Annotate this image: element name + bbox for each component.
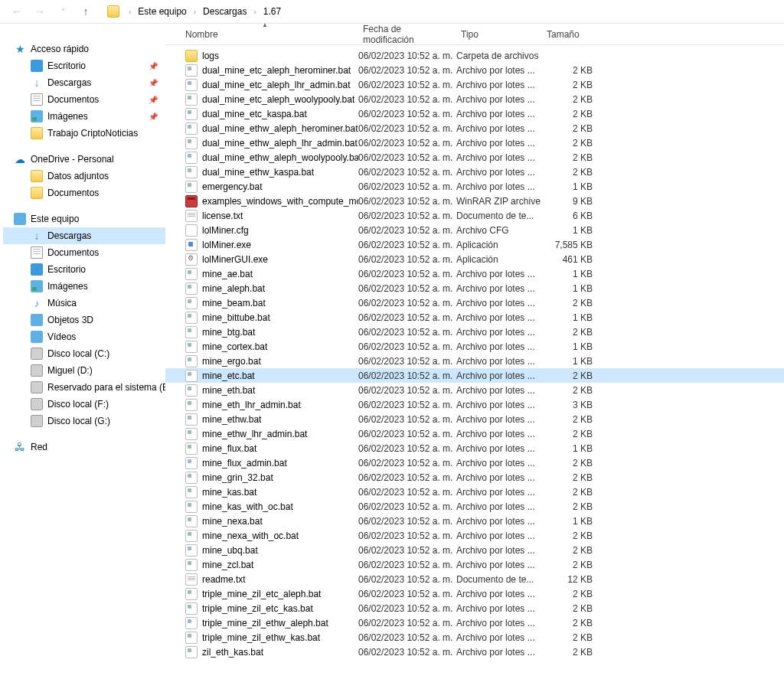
- file-row[interactable]: triple_mine_zil_etc_kas.bat06/02/2023 10…: [165, 601, 784, 615]
- file-type: Archivo por lotes ...: [456, 429, 542, 439]
- file-row[interactable]: mine_flux_admin.bat06/02/2023 10:52 a. m…: [165, 455, 784, 470]
- col-date[interactable]: Fecha de modificación: [358, 24, 456, 45]
- tree-item[interactable]: Documentos📌: [3, 91, 165, 108]
- file-row[interactable]: emergency.bat06/02/2023 10:52 a. m.Archi…: [165, 179, 784, 194]
- file-row[interactable]: readme.txt06/02/2023 10:52 a. m.Document…: [165, 572, 784, 586]
- col-name[interactable]: ▲ Nombre: [172, 29, 358, 40]
- tree-network[interactable]: 🖧 Red: [3, 439, 165, 455]
- chevron-right-icon[interactable]: ›: [192, 8, 198, 16]
- file-row[interactable]: mine_ethw.bat06/02/2023 10:52 a. m.Archi…: [165, 412, 784, 426]
- tree-item[interactable]: Disco local (F:): [3, 396, 165, 413]
- tree-item[interactable]: Documentos: [3, 184, 165, 201]
- up-button[interactable]: ↑: [77, 2, 95, 21]
- file-date: 06/02/2023 10:52 a. m.: [358, 501, 456, 512]
- file-list[interactable]: logs06/02/2023 10:52 a. m.Carpeta de arc…: [165, 45, 784, 679]
- file-row[interactable]: mine_nexa_with_oc.bat06/02/2023 10:52 a.…: [165, 528, 784, 543]
- file-row[interactable]: dual_mine_etc_aleph_herominer.bat06/02/2…: [165, 63, 784, 77]
- chevron-right-icon[interactable]: ›: [127, 8, 132, 16]
- tree-item[interactable]: ♪Música: [3, 295, 165, 312]
- tree-item[interactable]: Documentos: [3, 244, 165, 261]
- file-row[interactable]: lolMiner.cfg06/02/2023 10:52 a. m.Archiv…: [165, 223, 784, 237]
- file-row[interactable]: license.txt06/02/2023 10:52 a. m.Documen…: [165, 208, 784, 223]
- chevron-right-icon[interactable]: ›: [252, 8, 257, 16]
- file-row[interactable]: dual_mine_ethw_aleph_lhr_admin.bat06/02/…: [165, 135, 784, 150]
- file-row[interactable]: mine_zcl.bat06/02/2023 10:52 a. m.Archiv…: [165, 557, 784, 572]
- file-size: 1 KB: [542, 443, 600, 454]
- file-row[interactable]: dual_mine_ethw_aleph_woolypooly.bat06/02…: [165, 150, 784, 165]
- file-row[interactable]: mine_ethw_lhr_admin.bat06/02/2023 10:52 …: [165, 426, 784, 441]
- tree-item[interactable]: Datos adjuntos: [3, 168, 165, 184]
- file-row[interactable]: lolMiner.exe06/02/2023 10:52 a. m.Aplica…: [165, 237, 784, 252]
- tree-item[interactable]: Escritorio: [3, 261, 165, 278]
- breadcrumb-item[interactable]: 1.67: [261, 5, 283, 18]
- file-name-cell: readme.txt: [172, 573, 358, 586]
- file-row[interactable]: mine_flux.bat06/02/2023 10:52 a. m.Archi…: [165, 441, 784, 455]
- col-size[interactable]: Tamaño: [542, 29, 600, 40]
- tree-this-pc[interactable]: Este equipo: [3, 211, 165, 227]
- tree-item[interactable]: Disco local (G:): [3, 413, 165, 429]
- file-row[interactable]: mine_kas_with_oc.bat06/02/2023 10:52 a. …: [165, 499, 784, 514]
- breadcrumb[interactable]: › Este equipo › Descargas › 1.67: [107, 5, 776, 18]
- file-row[interactable]: triple_mine_zil_ethw_kas.bat06/02/2023 1…: [165, 630, 784, 645]
- file-row[interactable]: mine_grin_32.bat06/02/2023 10:52 a. m.Ar…: [165, 470, 784, 485]
- file-row[interactable]: mine_ubq.bat06/02/2023 10:52 a. m.Archiv…: [165, 543, 784, 557]
- file-type: Archivo CFG: [456, 225, 542, 236]
- file-row[interactable]: dual_mine_etc_aleph_lhr_admin.bat06/02/2…: [165, 77, 784, 92]
- tree-item[interactable]: Disco local (C:): [3, 345, 165, 362]
- file-row[interactable]: triple_mine_zil_etc_aleph.bat06/02/2023 …: [165, 586, 784, 601]
- file-row[interactable]: lolMinerGUI.exe06/02/2023 10:52 a. m.Apl…: [165, 252, 784, 266]
- file-type: Archivo por lotes ...: [456, 618, 542, 628]
- file-row[interactable]: mine_eth_lhr_admin.bat06/02/2023 10:52 a…: [165, 397, 784, 412]
- tree-item[interactable]: Vídeos: [3, 328, 165, 345]
- file-size: 2 KB: [542, 458, 600, 468]
- file-row[interactable]: dual_mine_etc_aleph_woolypooly.bat06/02/…: [165, 92, 784, 106]
- file-date: 06/02/2023 10:52 a. m.: [358, 65, 456, 76]
- tree-onedrive[interactable]: ☁ OneDrive - Personal: [3, 151, 165, 168]
- tree-item[interactable]: Imágenes📌: [3, 108, 165, 125]
- tree-item[interactable]: Miguel (D:): [3, 362, 165, 379]
- tree-item[interactable]: Imágenes: [3, 278, 165, 295]
- tree-item[interactable]: Objetos 3D: [3, 312, 165, 328]
- file-row[interactable]: zil_eth_kas.bat06/02/2023 10:52 a. m.Arc…: [165, 645, 784, 659]
- file-row[interactable]: dual_mine_ethw_kaspa.bat06/02/2023 10:52…: [165, 165, 784, 179]
- batch-file-icon: [185, 108, 198, 120]
- tree-item[interactable]: ↓Descargas📌: [3, 74, 165, 91]
- file-row[interactable]: dual_mine_etc_kaspa.bat06/02/2023 10:52 …: [165, 106, 784, 121]
- file-row[interactable]: dual_mine_ethw_aleph_herominer.bat06/02/…: [165, 121, 784, 135]
- col-type[interactable]: Tipo: [456, 29, 542, 40]
- breadcrumb-item[interactable]: Descargas: [201, 5, 249, 18]
- recent-dropdown[interactable]: ˅: [54, 2, 72, 21]
- tree-item[interactable]: ↓Descargas: [3, 227, 165, 244]
- forward-button[interactable]: →: [31, 2, 49, 21]
- file-type: Archivo por lotes ...: [456, 603, 542, 614]
- tree-quick-access[interactable]: ★ Acceso rápido: [3, 41, 165, 57]
- tree-item[interactable]: Trabajo CriptoNoticias: [3, 125, 165, 142]
- pin-icon: 📌: [149, 113, 158, 121]
- file-row[interactable]: mine_btg.bat06/02/2023 10:52 a. m.Archiv…: [165, 325, 784, 339]
- file-name: triple_mine_zil_etc_aleph.bat: [202, 589, 321, 599]
- file-row[interactable]: logs06/02/2023 10:52 a. m.Carpeta de arc…: [165, 48, 784, 63]
- file-row[interactable]: mine_etc.bat06/02/2023 10:52 a. m.Archiv…: [165, 368, 784, 383]
- file-row[interactable]: mine_beam.bat06/02/2023 10:52 a. m.Archi…: [165, 295, 784, 310]
- file-row[interactable]: examples_windows_with_compute_mod...06/0…: [165, 194, 784, 208]
- file-row[interactable]: mine_nexa.bat06/02/2023 10:52 a. m.Archi…: [165, 514, 784, 528]
- tree-item[interactable]: Reservado para el sistema (E:): [3, 379, 165, 396]
- file-date: 06/02/2023 10:52 a. m.: [358, 225, 456, 236]
- file-row[interactable]: mine_aleph.bat06/02/2023 10:52 a. m.Arch…: [165, 281, 784, 295]
- downloads-icon: ↓: [31, 77, 43, 89]
- file-row[interactable]: mine_kas.bat06/02/2023 10:52 a. m.Archiv…: [165, 485, 784, 499]
- file-row[interactable]: mine_ae.bat06/02/2023 10:52 a. m.Archivo…: [165, 266, 784, 281]
- file-type: Archivo por lotes ...: [456, 109, 542, 119]
- file-row[interactable]: mine_cortex.bat06/02/2023 10:52 a. m.Arc…: [165, 339, 784, 354]
- file-row[interactable]: mine_eth.bat06/02/2023 10:52 a. m.Archiv…: [165, 383, 784, 397]
- tree-item[interactable]: Escritorio📌: [3, 57, 165, 74]
- tree-item-label: Escritorio: [47, 60, 86, 71]
- file-type: Archivo por lotes ...: [456, 65, 542, 76]
- breadcrumb-item[interactable]: Este equipo: [136, 5, 188, 18]
- file-row[interactable]: mine_bittube.bat06/02/2023 10:52 a. m.Ar…: [165, 310, 784, 325]
- back-button[interactable]: ←: [8, 2, 26, 21]
- file-row[interactable]: triple_mine_zil_ethw_aleph.bat06/02/2023…: [165, 615, 784, 630]
- file-size: 6 KB: [542, 211, 600, 221]
- batch-file-icon: [185, 326, 198, 338]
- file-row[interactable]: mine_ergo.bat06/02/2023 10:52 a. m.Archi…: [165, 354, 784, 368]
